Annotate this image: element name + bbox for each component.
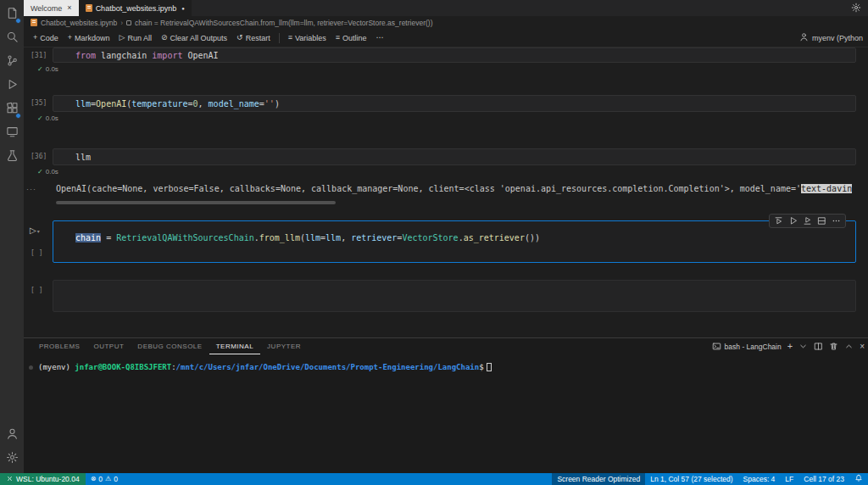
panel-tab-terminal[interactable]: TERMINAL [209, 338, 260, 354]
code-line: chain = RetrievalQAWithSourcesChain.from… [53, 221, 855, 246]
split-icon [814, 342, 823, 351]
code-cell-editor[interactable]: llm=OpenAI(temperature=0, model_name='') [53, 95, 856, 112]
cell-position-status[interactable]: Cell 17 of 23 [798, 473, 849, 485]
more-actions-button[interactable]: ⋯ [372, 32, 388, 43]
kernel-label: myenv (Python [812, 34, 863, 42]
status-bar-right: Screen Reader Optimized Ln 1, Col 57 (27… [552, 473, 868, 485]
terminal-prompt: (myenv) jnfar@BOOK-Q8IBSJFERT:/mnt/c/Use… [38, 362, 484, 372]
variables-button[interactable]: ≡ Variables [284, 32, 331, 44]
outline-button[interactable]: ≡ Outline [331, 32, 371, 44]
kernel-picker-button[interactable]: myenv (Python [799, 32, 863, 43]
clear-all-outputs-button[interactable]: ⊘ Clear All Outputs [157, 32, 231, 44]
activity-item-source-control[interactable] [0, 50, 24, 74]
cell-execution-count: [ ] [31, 249, 42, 257]
add-code-cell-button[interactable]: + Code [29, 32, 63, 44]
terminal-shell-selector[interactable]: bash - LangChain [712, 342, 782, 351]
editor-actions-settings-button[interactable] [844, 0, 868, 16]
cell-status: ✓ 0.0s [37, 65, 58, 73]
remote-indicator[interactable]: WSL: Ubuntu-20.04 [0, 473, 86, 485]
close-icon[interactable]: × [67, 4, 71, 12]
check-icon: ✓ [37, 66, 43, 73]
remote-label: WSL: Ubuntu-20.04 [16, 475, 80, 483]
terminal-view[interactable]: (myenv) jnfar@BOOK-Q8IBSJFERT:/mnt/c/Use… [24, 354, 868, 473]
warning-icon: ⚠ [105, 476, 111, 482]
execute-above-button[interactable] [772, 215, 785, 227]
activity-item-remote-explorer[interactable] [0, 121, 24, 145]
run-all-icon: ▷ [120, 34, 125, 42]
command-decoration-icon[interactable] [29, 365, 33, 370]
cell-status: ✓ 0.0s [37, 114, 58, 122]
cell-execution-count: [35] [31, 99, 47, 107]
run-cell-button[interactable]: ▷▾ [30, 226, 40, 235]
restart-label: Restart [246, 34, 270, 42]
cursor-position-status[interactable]: Ln 1, Col 57 (27 selected) [645, 473, 737, 485]
activity-item-explorer[interactable] [0, 3, 24, 26]
ellipsis-icon: ⋯ [376, 34, 384, 42]
new-terminal-button[interactable]: + [787, 342, 793, 351]
panel-tab-problems[interactable]: PROBLEMS [32, 338, 86, 354]
output-horizontal-scrollbar[interactable] [56, 201, 336, 204]
activity-bar [0, 0, 24, 473]
tab-bar-spacer [192, 0, 844, 16]
clear-all-outputs-label: Clear All Outputs [170, 34, 228, 42]
more-cell-actions-button[interactable] [830, 215, 843, 227]
error-count: 0 [98, 475, 103, 483]
activity-item-settings[interactable] [0, 447, 24, 471]
list-icon: ≡ [336, 34, 340, 42]
screen-reader-label: Screen Reader Optimized [557, 475, 640, 483]
active-code-cell-editor[interactable]: chain = RetrievalQAWithSourcesChain.from… [53, 220, 856, 263]
notifications-button[interactable] [849, 473, 868, 485]
terminal-prompt-line: (myenv) jnfar@BOOK-Q8IBSJFERT:/mnt/c/Use… [29, 362, 868, 372]
panel-tab-jupyter[interactable]: JUPYTER [260, 338, 308, 354]
restart-kernel-button[interactable]: ↺ Restart [232, 32, 275, 44]
code-cell-editor[interactable]: from langchain import OpenAI [53, 47, 856, 63]
extensions-badge [15, 113, 21, 119]
run-all-button[interactable]: ▷ Run All [115, 32, 156, 44]
remote-icon [6, 475, 14, 484]
empty-code-cell-editor[interactable] [53, 280, 856, 312]
notebook-file-icon [86, 4, 92, 12]
indentation-status[interactable]: Spaces: 4 [738, 473, 781, 485]
cell-duration: 0.0s [46, 114, 58, 122]
split-cell-button[interactable] [815, 215, 828, 227]
account-icon [6, 427, 19, 443]
cell-output[interactable]: OpenAI(cache=None, verbose=False, callba… [56, 182, 868, 195]
activity-item-testing[interactable] [0, 145, 24, 169]
code-line: llm [53, 149, 855, 165]
execute-below-button[interactable] [801, 215, 814, 227]
panel-tab-bar: PROBLEMS OUTPUT DEBUG CONSOLE TERMINAL J… [24, 338, 868, 354]
activity-item-search[interactable] [0, 26, 24, 50]
cell-toolbar [769, 214, 846, 228]
indentation-label: Spaces: 4 [743, 475, 776, 483]
output-gutter-more[interactable]: ··· [26, 185, 36, 193]
activity-item-run-debug[interactable] [0, 74, 24, 98]
tab-notebook-label: Chatbot_websites.ipynb [96, 4, 177, 13]
panel-tab-output[interactable]: OUTPUT [86, 338, 131, 354]
tab-notebook[interactable]: Chatbot_websites.ipynb ● [79, 0, 192, 16]
cell-execution-count: [ ] [31, 287, 42, 294]
activity-item-extensions[interactable] [0, 98, 24, 121]
remote-explorer-icon [6, 125, 19, 142]
breadcrumb-file[interactable]: Chatbot_websites.ipynb [41, 19, 117, 27]
panel-tab-debug-console[interactable]: DEBUG CONSOLE [131, 338, 209, 354]
kill-terminal-button[interactable] [829, 342, 838, 351]
circle-slash-icon: ⊘ [161, 34, 168, 42]
notebook-toolbar: + Code + Markdown ▷ Run All ⊘ Clear All … [24, 29, 868, 47]
breadcrumb-symbol[interactable]: chain = RetrievalQAWithSourcesChain.from… [135, 19, 432, 27]
cell-duration: 0.0s [46, 65, 58, 73]
code-cell-editor[interactable]: llm [53, 148, 856, 165]
terminal-dropdown-button[interactable] [798, 342, 808, 351]
split-terminal-button[interactable] [814, 342, 823, 351]
chevron-up-icon [844, 342, 854, 351]
activity-item-account[interactable] [0, 423, 24, 447]
problems-status[interactable]: ⊗ 0 ⚠ 0 [86, 473, 123, 485]
maximize-panel-button[interactable] [844, 342, 854, 351]
execute-cell-button[interactable] [787, 215, 799, 227]
warning-count: 0 [114, 475, 118, 483]
tab-bar: Welcome × Chatbot_websites.ipynb ● [24, 0, 868, 16]
eol-status[interactable]: LF [780, 473, 798, 485]
close-panel-button[interactable]: × [860, 343, 865, 351]
screen-reader-status[interactable]: Screen Reader Optimized [552, 473, 645, 485]
tab-welcome[interactable]: Welcome × [24, 0, 79, 16]
add-markdown-cell-button[interactable]: + Markdown [64, 32, 114, 44]
